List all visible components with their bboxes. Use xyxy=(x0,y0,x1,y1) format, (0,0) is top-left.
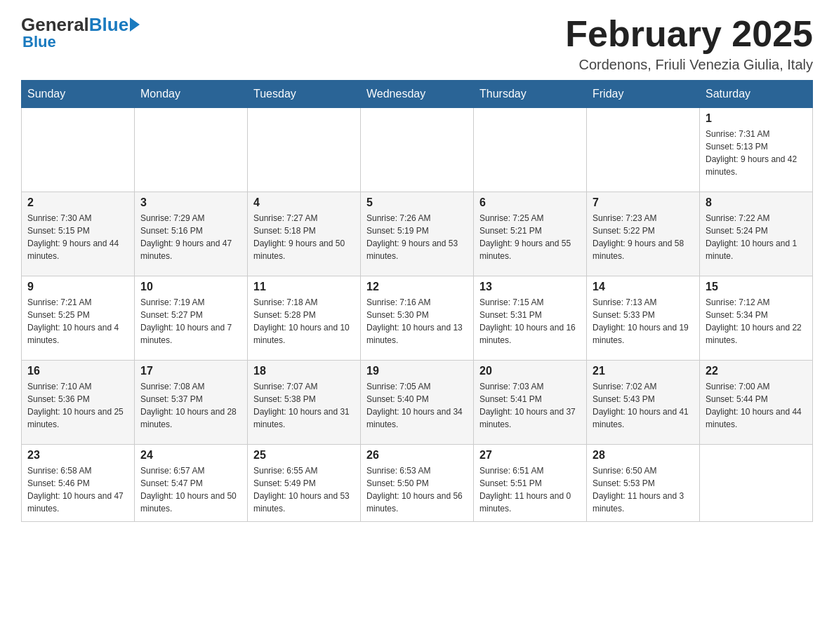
day-info: Sunrise: 7:05 AMSunset: 5:40 PMDaylight:… xyxy=(366,380,468,431)
day-info: Sunrise: 7:07 AMSunset: 5:38 PMDaylight:… xyxy=(253,380,355,431)
title-section: February 2025 Cordenons, Friuli Venezia … xyxy=(565,14,813,73)
calendar-cell xyxy=(361,108,474,192)
day-number: 17 xyxy=(140,365,241,377)
calendar-cell: 12Sunrise: 7:16 AMSunset: 5:30 PMDayligh… xyxy=(361,276,474,361)
day-number: 13 xyxy=(479,281,581,293)
day-info: Sunrise: 6:58 AMSunset: 5:46 PMDaylight:… xyxy=(27,464,128,515)
calendar-week-1: 1Sunrise: 7:31 AMSunset: 5:13 PMDaylight… xyxy=(22,108,813,192)
day-info: Sunrise: 7:16 AMSunset: 5:30 PMDaylight:… xyxy=(366,296,468,347)
calendar-week-4: 16Sunrise: 7:10 AMSunset: 5:36 PMDayligh… xyxy=(22,361,813,445)
calendar-cell: 1Sunrise: 7:31 AMSunset: 5:13 PMDaylight… xyxy=(700,108,813,192)
day-number: 4 xyxy=(253,196,355,209)
calendar-cell: 15Sunrise: 7:12 AMSunset: 5:34 PMDayligh… xyxy=(700,276,813,361)
calendar-cell: 19Sunrise: 7:05 AMSunset: 5:40 PMDayligh… xyxy=(361,361,474,445)
day-number: 12 xyxy=(366,281,468,293)
day-info: Sunrise: 7:31 AMSunset: 5:13 PMDaylight:… xyxy=(706,128,807,178)
logo-arrow-icon xyxy=(130,18,140,32)
day-info: Sunrise: 7:03 AMSunset: 5:41 PMDaylight:… xyxy=(479,380,581,431)
calendar-cell: 9Sunrise: 7:21 AMSunset: 5:25 PMDaylight… xyxy=(22,276,135,361)
calendar-cell xyxy=(474,108,587,192)
day-info: Sunrise: 7:22 AMSunset: 5:24 PMDaylight:… xyxy=(706,212,807,262)
calendar-cell: 3Sunrise: 7:29 AMSunset: 5:16 PMDaylight… xyxy=(135,192,248,276)
calendar-cell: 25Sunrise: 6:55 AMSunset: 5:49 PMDayligh… xyxy=(248,445,361,522)
calendar-cell: 4Sunrise: 7:27 AMSunset: 5:18 PMDaylight… xyxy=(248,192,361,276)
day-header-thursday: Thursday xyxy=(474,81,587,108)
day-number: 8 xyxy=(706,196,807,209)
day-info: Sunrise: 6:53 AMSunset: 5:50 PMDaylight:… xyxy=(366,464,468,515)
day-number: 14 xyxy=(593,281,694,293)
calendar-week-3: 9Sunrise: 7:21 AMSunset: 5:25 PMDaylight… xyxy=(22,276,813,361)
calendar-cell: 13Sunrise: 7:15 AMSunset: 5:31 PMDayligh… xyxy=(474,276,587,361)
logo-sub: Blue xyxy=(22,33,56,51)
calendar-cell: 22Sunrise: 7:00 AMSunset: 5:44 PMDayligh… xyxy=(700,361,813,445)
day-info: Sunrise: 6:51 AMSunset: 5:51 PMDaylight:… xyxy=(479,464,581,515)
calendar-cell xyxy=(587,108,700,192)
day-info: Sunrise: 7:00 AMSunset: 5:44 PMDaylight:… xyxy=(706,380,807,431)
calendar-cell: 20Sunrise: 7:03 AMSunset: 5:41 PMDayligh… xyxy=(474,361,587,445)
calendar-cell: 24Sunrise: 6:57 AMSunset: 5:47 PMDayligh… xyxy=(135,445,248,522)
day-number: 20 xyxy=(479,365,581,377)
day-number: 2 xyxy=(27,196,128,209)
calendar-cell: 17Sunrise: 7:08 AMSunset: 5:37 PMDayligh… xyxy=(135,361,248,445)
day-info: Sunrise: 7:12 AMSunset: 5:34 PMDaylight:… xyxy=(706,296,807,347)
day-info: Sunrise: 6:50 AMSunset: 5:53 PMDaylight:… xyxy=(593,464,694,515)
day-number: 18 xyxy=(253,365,355,377)
logo: General Blue Blue xyxy=(21,14,140,51)
calendar-cell: 21Sunrise: 7:02 AMSunset: 5:43 PMDayligh… xyxy=(587,361,700,445)
day-info: Sunrise: 7:10 AMSunset: 5:36 PMDaylight:… xyxy=(27,380,128,431)
day-number: 16 xyxy=(27,365,128,377)
day-header-friday: Friday xyxy=(587,81,700,108)
calendar-cell: 11Sunrise: 7:18 AMSunset: 5:28 PMDayligh… xyxy=(248,276,361,361)
calendar-week-5: 23Sunrise: 6:58 AMSunset: 5:46 PMDayligh… xyxy=(22,445,813,522)
day-info: Sunrise: 7:29 AMSunset: 5:16 PMDaylight:… xyxy=(140,212,241,262)
day-header-monday: Monday xyxy=(135,81,248,108)
day-header-wednesday: Wednesday xyxy=(361,81,474,108)
calendar-cell: 26Sunrise: 6:53 AMSunset: 5:50 PMDayligh… xyxy=(361,445,474,522)
day-header-saturday: Saturday xyxy=(700,81,813,108)
day-number: 9 xyxy=(27,281,128,293)
location: Cordenons, Friuli Venezia Giulia, Italy xyxy=(565,57,813,73)
page-header: General Blue Blue February 2025 Cordenon… xyxy=(21,14,813,73)
day-number: 11 xyxy=(253,281,355,293)
calendar-cell: 7Sunrise: 7:23 AMSunset: 5:22 PMDaylight… xyxy=(587,192,700,276)
day-number: 28 xyxy=(593,449,694,462)
calendar-cell: 16Sunrise: 7:10 AMSunset: 5:36 PMDayligh… xyxy=(22,361,135,445)
day-number: 26 xyxy=(366,449,468,462)
calendar-week-2: 2Sunrise: 7:30 AMSunset: 5:15 PMDaylight… xyxy=(22,192,813,276)
calendar-cell: 23Sunrise: 6:58 AMSunset: 5:46 PMDayligh… xyxy=(22,445,135,522)
day-number: 15 xyxy=(706,281,807,293)
day-info: Sunrise: 7:27 AMSunset: 5:18 PMDaylight:… xyxy=(253,212,355,262)
day-number: 1 xyxy=(706,112,807,125)
day-info: Sunrise: 7:25 AMSunset: 5:21 PMDaylight:… xyxy=(479,212,581,262)
day-info: Sunrise: 7:02 AMSunset: 5:43 PMDaylight:… xyxy=(593,380,694,431)
day-number: 21 xyxy=(593,365,694,377)
day-number: 25 xyxy=(253,449,355,462)
month-title: February 2025 xyxy=(565,14,813,54)
day-number: 10 xyxy=(140,281,241,293)
calendar-cell: 8Sunrise: 7:22 AMSunset: 5:24 PMDaylight… xyxy=(700,192,813,276)
calendar-cell: 27Sunrise: 6:51 AMSunset: 5:51 PMDayligh… xyxy=(474,445,587,522)
day-info: Sunrise: 7:15 AMSunset: 5:31 PMDaylight:… xyxy=(479,296,581,347)
day-header-tuesday: Tuesday xyxy=(248,81,361,108)
calendar-cell xyxy=(248,108,361,192)
calendar-cell: 28Sunrise: 6:50 AMSunset: 5:53 PMDayligh… xyxy=(587,445,700,522)
day-info: Sunrise: 7:18 AMSunset: 5:28 PMDaylight:… xyxy=(253,296,355,347)
calendar-cell xyxy=(700,445,813,522)
day-info: Sunrise: 7:13 AMSunset: 5:33 PMDaylight:… xyxy=(593,296,694,347)
calendar-cell: 6Sunrise: 7:25 AMSunset: 5:21 PMDaylight… xyxy=(474,192,587,276)
day-info: Sunrise: 7:30 AMSunset: 5:15 PMDaylight:… xyxy=(27,212,128,262)
day-info: Sunrise: 7:21 AMSunset: 5:25 PMDaylight:… xyxy=(27,296,128,347)
day-info: Sunrise: 7:26 AMSunset: 5:19 PMDaylight:… xyxy=(366,212,468,262)
logo-blue-text: Blue xyxy=(89,14,128,36)
day-number: 22 xyxy=(706,365,807,377)
calendar-table: SundayMondayTuesdayWednesdayThursdayFrid… xyxy=(21,80,813,522)
calendar-cell: 18Sunrise: 7:07 AMSunset: 5:38 PMDayligh… xyxy=(248,361,361,445)
day-number: 6 xyxy=(479,196,581,209)
calendar-cell: 14Sunrise: 7:13 AMSunset: 5:33 PMDayligh… xyxy=(587,276,700,361)
day-number: 3 xyxy=(140,196,241,209)
day-info: Sunrise: 7:23 AMSunset: 5:22 PMDaylight:… xyxy=(593,212,694,262)
day-info: Sunrise: 7:19 AMSunset: 5:27 PMDaylight:… xyxy=(140,296,241,347)
calendar-cell xyxy=(22,108,135,192)
day-number: 23 xyxy=(27,449,128,462)
day-number: 27 xyxy=(479,449,581,462)
